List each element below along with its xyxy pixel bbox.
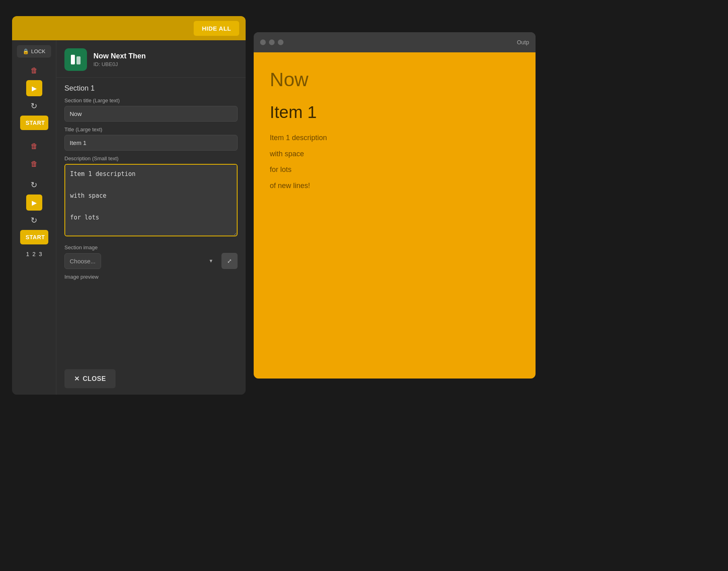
output-desc-line-4: of new lines! bbox=[270, 178, 519, 194]
refresh-button-3[interactable]: ↻ bbox=[26, 212, 42, 228]
main-edit-area: Now Next Then ID: UBE0J Section 1 Sectio… bbox=[56, 40, 246, 395]
page-1[interactable]: 1 bbox=[26, 251, 29, 257]
hide-all-button[interactable]: HIDE ALL bbox=[194, 21, 239, 36]
output-titlebar: Outp bbox=[254, 32, 536, 52]
image-select-wrapper: Choose... bbox=[64, 253, 218, 269]
page-numbers: 1 2 3 bbox=[26, 251, 42, 257]
editor-body: 🔒 LOCK 🗑 ▶ ↻ START 🗑 bbox=[12, 40, 246, 395]
section-label: Section 1 bbox=[64, 84, 238, 93]
close-icon: ✕ bbox=[74, 375, 80, 383]
output-description: Item 1 description with space for lots o… bbox=[270, 130, 519, 194]
output-window: Outp Now Item 1 Item 1 description with … bbox=[254, 32, 536, 379]
sidebar-row-5: 🗑 bbox=[26, 156, 42, 172]
image-select-row: Choose... ⤢ bbox=[64, 253, 238, 269]
play-button-2[interactable]: ▶ bbox=[26, 194, 42, 211]
image-select[interactable]: Choose... bbox=[64, 253, 101, 269]
sidebar-group-1: 🗑 ▶ ↻ START bbox=[20, 62, 48, 130]
delete-button-2[interactable]: 🗑 bbox=[26, 138, 42, 154]
start-button-1[interactable]: START bbox=[20, 116, 48, 130]
sidebar-row-8: ↻ bbox=[26, 212, 42, 228]
app-header: Now Next Then ID: UBE0J bbox=[56, 40, 246, 78]
traffic-light-yellow bbox=[269, 39, 275, 45]
delete-button-1[interactable]: 🗑 bbox=[26, 62, 42, 79]
expand-button[interactable]: ⤢ bbox=[221, 253, 238, 269]
output-content: Now Item 1 Item 1 description with space… bbox=[254, 52, 536, 379]
close-label: CLOSE bbox=[83, 375, 106, 383]
delete-button-3[interactable]: 🗑 bbox=[26, 156, 42, 172]
description-textarea[interactable]: Item 1 description with space for lots o… bbox=[64, 164, 238, 236]
title-input[interactable] bbox=[64, 135, 238, 151]
sidebar: 🔒 LOCK 🗑 ▶ ↻ START 🗑 bbox=[12, 40, 56, 395]
section-image-label: Section image bbox=[64, 244, 238, 250]
lock-icon: 🔒 bbox=[23, 48, 29, 54]
traffic-light-green bbox=[278, 39, 283, 45]
sidebar-row-3: ↻ bbox=[26, 98, 42, 114]
sidebar-row-2: ▶ bbox=[26, 80, 42, 96]
sidebar-row-4: 🗑 bbox=[26, 138, 42, 154]
play-button-1[interactable]: ▶ bbox=[26, 80, 42, 96]
image-preview-label: Image preview bbox=[64, 274, 238, 280]
svg-rect-1 bbox=[77, 56, 81, 64]
page-3[interactable]: 3 bbox=[39, 251, 42, 257]
traffic-light-red bbox=[260, 39, 266, 45]
sidebar-row-7: ▶ bbox=[26, 194, 42, 211]
sidebar-group-3: ↻ ▶ ↻ START bbox=[20, 177, 48, 244]
close-button[interactable]: ✕ CLOSE bbox=[64, 369, 116, 388]
output-window-title: Outp bbox=[517, 39, 529, 46]
app-name: Now Next Then bbox=[93, 52, 146, 60]
output-desc-line-2: with space bbox=[270, 146, 519, 162]
app-id: ID: UBE0J bbox=[93, 61, 146, 67]
section-title-field-label: Section title (Large text) bbox=[64, 97, 238, 103]
description-field-label: Description (Small text) bbox=[64, 155, 238, 161]
output-item-title: Item 1 bbox=[270, 103, 519, 122]
svg-rect-0 bbox=[71, 55, 75, 64]
sidebar-row-1: 🗑 bbox=[26, 62, 42, 79]
output-section-title: Now bbox=[270, 68, 519, 91]
app-info: Now Next Then ID: UBE0J bbox=[93, 52, 146, 67]
sidebar-group-2: 🗑 🗑 bbox=[26, 138, 42, 172]
editor-titlebar: HIDE ALL bbox=[12, 16, 246, 40]
lock-label: LOCK bbox=[31, 48, 45, 54]
page-2[interactable]: 2 bbox=[33, 251, 36, 257]
app-icon bbox=[64, 48, 87, 71]
section-editor: Section 1 Section title (Large text) Tit… bbox=[56, 78, 246, 363]
section-title-input[interactable] bbox=[64, 106, 238, 122]
output-desc-line-1: Item 1 description bbox=[270, 130, 519, 146]
title-field-label: Title (Large text) bbox=[64, 126, 238, 132]
refresh-button-2[interactable]: ↻ bbox=[26, 177, 42, 193]
output-desc-line-3: for lots bbox=[270, 162, 519, 178]
lock-button[interactable]: 🔒 LOCK bbox=[17, 45, 51, 58]
start-button-2[interactable]: START bbox=[20, 230, 48, 244]
editor-window: HIDE ALL 🔒 LOCK 🗑 ▶ ↻ START bbox=[12, 16, 246, 395]
sidebar-row-6: ↻ bbox=[26, 177, 42, 193]
refresh-button-1[interactable]: ↻ bbox=[26, 98, 42, 114]
app-icon-svg bbox=[69, 53, 82, 66]
